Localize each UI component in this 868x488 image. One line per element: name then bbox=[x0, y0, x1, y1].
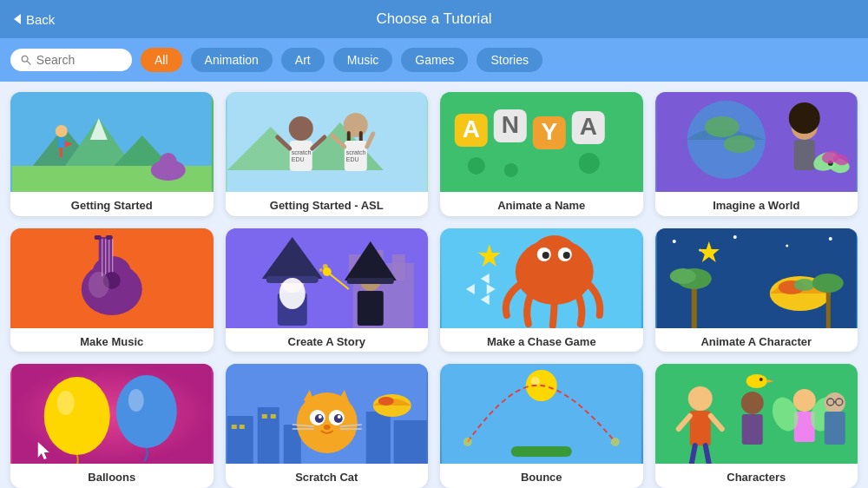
svg-rect-13 bbox=[58, 137, 65, 148]
svg-point-153 bbox=[687, 386, 712, 411]
filter-music-button[interactable]: Music bbox=[333, 48, 393, 72]
svg-text:scratch: scratch bbox=[345, 149, 365, 155]
card-label-scratch-cat: Scratch Cat bbox=[226, 464, 429, 488]
card-label-imagine-world: Imagine a World bbox=[655, 192, 858, 216]
svg-point-87 bbox=[529, 235, 581, 287]
svg-rect-126 bbox=[261, 414, 266, 419]
svg-line-1 bbox=[27, 61, 30, 64]
svg-point-109 bbox=[669, 268, 695, 284]
filter-all-button[interactable]: All bbox=[141, 48, 182, 72]
tutorial-card-scratch-cat[interactable]: Scratch Cat bbox=[226, 364, 429, 488]
search-input[interactable] bbox=[36, 53, 122, 67]
tutorial-card-getting-started-asl[interactable]: scratch EDU scratch EDU Getting Started … bbox=[226, 92, 429, 216]
svg-point-40 bbox=[468, 157, 485, 175]
svg-line-157 bbox=[691, 445, 694, 464]
svg-point-106 bbox=[793, 279, 814, 291]
svg-point-116 bbox=[128, 389, 144, 412]
tutorial-card-bounce[interactable]: Bounce bbox=[440, 364, 643, 488]
svg-text:scratch: scratch bbox=[291, 149, 311, 155]
svg-point-83 bbox=[322, 264, 327, 269]
tutorial-grid: Getting Started scratch EDU bbox=[0, 82, 868, 488]
tutorial-card-make-music[interactable]: Make Music bbox=[10, 228, 214, 353]
thumbnail-imagine-world bbox=[655, 92, 858, 192]
card-label-balloons: Balloons bbox=[10, 464, 214, 488]
tutorial-card-chase-game[interactable]: Make a Chase Game bbox=[440, 228, 643, 353]
tutorial-card-getting-started[interactable]: Getting Started bbox=[10, 92, 214, 216]
svg-point-48 bbox=[788, 102, 819, 134]
svg-rect-65 bbox=[95, 235, 102, 240]
filter-bar: All Animation Art Music Games Stories bbox=[0, 38, 868, 82]
thumbnail-animate-name: A N Y A bbox=[440, 92, 643, 192]
svg-rect-125 bbox=[239, 425, 244, 429]
svg-rect-119 bbox=[227, 416, 253, 464]
card-label-bounce: Bounce bbox=[440, 464, 643, 488]
svg-point-159 bbox=[740, 392, 763, 414]
svg-rect-127 bbox=[270, 414, 275, 419]
tutorial-card-animate-name[interactable]: A N Y A Animate a Name bbox=[440, 92, 643, 216]
card-label-characters: Characters bbox=[655, 464, 858, 488]
search-box[interactable] bbox=[10, 49, 132, 71]
svg-point-161 bbox=[792, 389, 815, 412]
filter-stories-button[interactable]: Stories bbox=[477, 48, 542, 72]
svg-point-145 bbox=[378, 397, 393, 406]
svg-text:EDU: EDU bbox=[291, 156, 304, 162]
tutorial-card-imagine-world[interactable]: Imagine a World bbox=[655, 92, 858, 216]
svg-point-102 bbox=[828, 237, 832, 241]
card-label-getting-started: Getting Started bbox=[10, 192, 214, 216]
card-label-chase-game: Make a Chase Game bbox=[440, 328, 643, 353]
svg-text:N: N bbox=[502, 111, 519, 138]
filter-art-button[interactable]: Art bbox=[281, 48, 325, 72]
thumbnail-animate-character bbox=[655, 228, 858, 328]
svg-rect-80 bbox=[357, 291, 383, 326]
svg-point-91 bbox=[563, 252, 570, 259]
page-title: Choose a Tutorial bbox=[376, 10, 491, 28]
svg-point-42 bbox=[579, 153, 600, 174]
svg-rect-160 bbox=[741, 414, 762, 445]
svg-rect-147 bbox=[511, 446, 572, 457]
thumbnail-make-music bbox=[10, 228, 214, 328]
svg-point-151 bbox=[611, 438, 620, 446]
svg-rect-79 bbox=[346, 278, 393, 284]
svg-point-90 bbox=[542, 252, 549, 259]
filter-games-button[interactable]: Games bbox=[401, 48, 468, 72]
tutorial-card-animate-character[interactable]: Animate A Character bbox=[655, 228, 858, 353]
svg-point-111 bbox=[812, 274, 843, 293]
svg-point-150 bbox=[464, 438, 472, 446]
thumbnail-create-story bbox=[226, 228, 429, 328]
svg-point-101 bbox=[786, 244, 788, 247]
svg-point-114 bbox=[57, 391, 75, 415]
card-label-getting-started-asl: Getting Started - ASL bbox=[226, 192, 429, 216]
svg-point-12 bbox=[56, 125, 68, 137]
svg-text:EDU: EDU bbox=[345, 156, 358, 162]
back-arrow-icon bbox=[14, 14, 21, 24]
tutorial-card-characters[interactable]: Characters bbox=[655, 364, 858, 488]
svg-rect-169 bbox=[824, 412, 845, 445]
svg-point-41 bbox=[504, 163, 518, 177]
svg-text:A: A bbox=[580, 113, 597, 140]
card-label-animate-name: Animate a Name bbox=[440, 192, 643, 216]
thumbnail-characters bbox=[655, 364, 858, 464]
back-label: Back bbox=[26, 12, 55, 27]
svg-point-172 bbox=[759, 378, 762, 381]
svg-point-76 bbox=[279, 278, 305, 309]
svg-point-84 bbox=[319, 268, 322, 272]
svg-rect-71 bbox=[391, 254, 404, 280]
tutorial-card-balloons[interactable]: Balloons bbox=[10, 364, 214, 488]
back-button[interactable]: Back bbox=[14, 12, 55, 27]
svg-rect-123 bbox=[393, 420, 426, 464]
svg-point-149 bbox=[531, 377, 540, 386]
card-label-make-music: Make Music bbox=[10, 328, 214, 353]
svg-rect-120 bbox=[257, 407, 279, 464]
thumbnail-balloons bbox=[10, 364, 214, 464]
thumbnail-scratch-cat bbox=[226, 364, 429, 464]
svg-rect-124 bbox=[231, 425, 236, 429]
svg-text:A: A bbox=[463, 115, 480, 142]
card-label-create-story: Create A Story bbox=[226, 328, 429, 353]
svg-point-64 bbox=[89, 272, 109, 298]
filter-animation-button[interactable]: Animation bbox=[191, 48, 273, 72]
svg-point-138 bbox=[337, 415, 340, 419]
thumbnail-chase-game bbox=[440, 228, 643, 328]
card-label-animate-character: Animate A Character bbox=[655, 328, 858, 353]
tutorial-card-create-story[interactable]: Create A Story bbox=[226, 228, 429, 353]
svg-text:Y: Y bbox=[541, 118, 557, 145]
